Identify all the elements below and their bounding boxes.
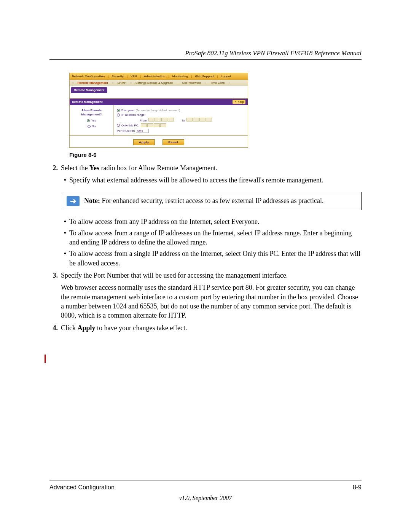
ss-panel: Remote Management ⚬ help Allow Remote Ma… [69, 98, 248, 136]
button-row: Apply Reset [69, 136, 248, 148]
subtab[interactable]: Time Zone [210, 81, 225, 85]
subtab[interactable]: Set Password [182, 81, 201, 85]
apply-button[interactable]: Apply [133, 139, 155, 145]
step-3-detail: Web browser access normally uses the sta… [61, 283, 362, 320]
nav-item[interactable]: Web Support [195, 75, 214, 78]
port-input[interactable]: 8083 [136, 129, 149, 133]
footer-version: v1.0, September 2007 [49, 495, 362, 502]
ss-top-nav: Network Configuration| Security| VPN| Ad… [69, 73, 248, 80]
reset-button[interactable]: Reset [162, 139, 184, 145]
page-content: ProSafe 802.11g Wireless VPN Firewall FV… [49, 50, 362, 335]
note-box: ➔ Note: For enhanced security, restrict … [61, 192, 362, 210]
help-button[interactable]: ⚬ help [233, 100, 245, 104]
subtab[interactable]: Settings Backup & Upgrade [135, 81, 173, 85]
active-tab[interactable]: Remote Management [71, 87, 107, 93]
page-footer: Advanced Configuration 8-9 v1.0, Septemb… [49, 481, 362, 502]
ss-tab-row: Remote Management [69, 86, 248, 93]
step-4: 4. Click Apply to have your changes take… [49, 323, 362, 332]
subtab[interactable]: SNMP [117, 81, 126, 85]
radio-onlypc[interactable] [117, 124, 120, 127]
figure-screenshot: Network Configuration| Security| VPN| Ad… [69, 73, 248, 148]
bullet-onlypc: • To allow access from a single IP addre… [61, 249, 362, 268]
footer-page: 8-9 [353, 484, 362, 491]
nav-item[interactable]: Logout [221, 75, 231, 78]
footer-section: Advanced Configuration [49, 484, 115, 491]
to-ip-input[interactable] [186, 118, 212, 121]
radio-everyone[interactable] [117, 109, 120, 112]
change-bar [45, 355, 46, 363]
nav-item[interactable]: Security [112, 75, 124, 78]
question-line2: Management? [72, 112, 111, 117]
radio-yes[interactable] [87, 119, 90, 122]
nav-item[interactable]: VPN [131, 75, 137, 78]
panel-title: Remote Management [72, 100, 102, 104]
allow-remote-section: Allow Remote Management? Yes No [70, 105, 114, 135]
radio-iprange[interactable] [117, 113, 120, 117]
panel-header: Remote Management ⚬ help [70, 99, 248, 105]
subtab[interactable]: Remote Management [77, 81, 108, 85]
bullet-iprange: • To allow access from a range of IP add… [61, 228, 362, 247]
step-2: 2. Select the Yes radio box for Allow Re… [49, 163, 362, 173]
onlypc-ip-input[interactable] [141, 123, 166, 127]
from-ip-input[interactable] [148, 118, 174, 121]
access-options: Everyone (Be sure to change default pass… [114, 105, 248, 135]
bullet-specify: • Specify what external addresses will b… [61, 176, 362, 185]
radio-no[interactable] [88, 125, 91, 128]
running-header: ProSafe 802.11g Wireless VPN Firewall FV… [49, 50, 362, 60]
nav-item[interactable]: Monitoring [172, 75, 188, 78]
step-3: 3. Specify the Port Number that will be … [49, 271, 362, 280]
question-line1: Allow Remote [72, 108, 111, 112]
bullet-everyone: • To allow access from any IP address on… [61, 217, 362, 226]
arrow-icon: ➔ [67, 196, 80, 206]
nav-item[interactable]: Administration [144, 75, 165, 78]
figure-caption: Figure 8-6 [69, 152, 362, 158]
ss-sub-nav: ::Remote Management ::SNMP ::Settings Ba… [69, 80, 248, 86]
nav-item[interactable]: Network Configuration [72, 75, 105, 78]
